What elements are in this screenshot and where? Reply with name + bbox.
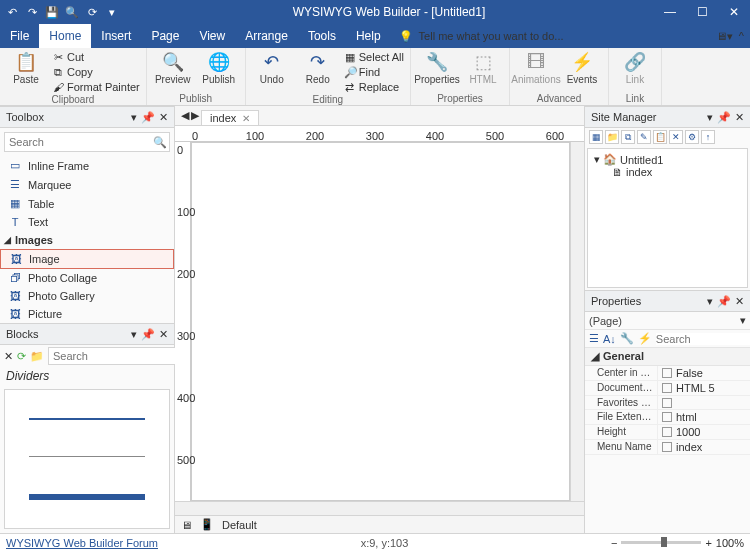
blocks-pin-icon[interactable]: 📌: [141, 328, 155, 341]
property-row[interactable]: Menu Nameindex: [585, 440, 750, 455]
sm-new-page-icon[interactable]: ▦: [589, 130, 603, 144]
maximize-button[interactable]: ☐: [690, 5, 714, 19]
undo-button[interactable]: ↶Undo: [252, 50, 292, 85]
preview-button[interactable]: 🔍Preview: [153, 50, 193, 85]
animations-button[interactable]: 🎞Animations: [516, 50, 556, 85]
design-canvas[interactable]: [191, 142, 570, 501]
toolbox-dropdown-icon[interactable]: ▾: [131, 111, 137, 124]
checkbox-icon[interactable]: [662, 368, 672, 378]
zoom-in-button[interactable]: +: [705, 537, 711, 549]
view-tab[interactable]: View: [189, 24, 235, 48]
toolbox-image[interactable]: 🖼Image: [0, 249, 174, 269]
property-row[interactable]: Favorites Ic...: [585, 396, 750, 410]
save-icon[interactable]: 💾: [44, 4, 60, 20]
help-tab[interactable]: Help: [346, 24, 391, 48]
forum-link[interactable]: WYSIWYG Web Builder Forum: [6, 537, 158, 549]
refresh-icon[interactable]: ⟳: [84, 4, 100, 20]
responsive-icon[interactable]: 🖥: [181, 519, 192, 531]
redo-icon[interactable]: ↷: [24, 4, 40, 20]
checkbox-icon[interactable]: [662, 442, 672, 452]
paste-button[interactable]: 📋 Paste: [6, 50, 46, 85]
collapse-ribbon-icon[interactable]: ^: [739, 30, 744, 42]
copy-button[interactable]: ⧉Copy: [52, 65, 140, 79]
checkbox-icon[interactable]: [662, 398, 672, 408]
doc-tab-index[interactable]: index ✕: [201, 110, 259, 125]
tree-root[interactable]: ▾🏠Untitled1: [594, 153, 741, 166]
toolbox-search[interactable]: 🔍: [4, 132, 170, 152]
toolbox-search-input[interactable]: [5, 136, 151, 148]
scrollbar-vertical[interactable]: [570, 142, 584, 501]
property-row[interactable]: Center in B...False: [585, 366, 750, 381]
replace-button[interactable]: ⇄Replace: [344, 80, 404, 94]
blocks-search-input[interactable]: [48, 347, 196, 365]
toolbox-close-icon[interactable]: ✕: [159, 111, 168, 124]
property-row[interactable]: Document ...HTML 5: [585, 381, 750, 396]
publish-button[interactable]: 🌐Publish: [199, 50, 239, 85]
cut-button[interactable]: ✂Cut: [52, 50, 140, 64]
search-icon[interactable]: 🔍: [151, 136, 169, 149]
properties-cat-general[interactable]: ◢General: [585, 348, 750, 366]
toolbox-marquee[interactable]: ☰Marquee: [0, 175, 174, 194]
sm-close-icon[interactable]: ✕: [735, 111, 744, 124]
property-value[interactable]: 1000: [657, 425, 750, 439]
property-value[interactable]: [657, 396, 750, 409]
toolbox-inline-frame[interactable]: ▭Inline Frame: [0, 156, 174, 175]
property-row[interactable]: Height1000: [585, 425, 750, 440]
sm-pin-icon[interactable]: 📌: [717, 111, 731, 124]
qat-chevron-icon[interactable]: ▾: [104, 4, 120, 20]
mobile-icon[interactable]: 📱: [200, 518, 214, 531]
blocks-refresh-icon[interactable]: ⟳: [17, 350, 26, 363]
toolbox-photo-collage[interactable]: 🗇Photo Collage: [0, 269, 174, 287]
checkbox-icon[interactable]: [662, 383, 672, 393]
property-value[interactable]: False: [657, 366, 750, 380]
tree-index[interactable]: 🗎index: [594, 166, 741, 178]
blocks-folder-icon[interactable]: 📁: [30, 350, 44, 363]
scrollbar-horizontal[interactable]: [175, 501, 584, 515]
find-button[interactable]: 🔎Find: [344, 65, 404, 79]
sm-clone-icon[interactable]: ⧉: [621, 130, 635, 144]
wrench-icon[interactable]: 🔧: [620, 332, 634, 345]
sm-copy-icon[interactable]: 📋: [653, 130, 667, 144]
monitor-icon[interactable]: 🖥▾: [716, 30, 733, 43]
chevron-down-icon[interactable]: ▾: [740, 314, 746, 327]
property-value[interactable]: index: [657, 440, 750, 454]
blocks-preview[interactable]: [4, 389, 170, 529]
zoom-slider[interactable]: [621, 541, 701, 544]
close-button[interactable]: ✕: [722, 5, 746, 19]
file-tab[interactable]: File: [0, 24, 39, 48]
properties-search-input[interactable]: [656, 333, 750, 345]
lightning-icon[interactable]: ⚡: [638, 332, 652, 345]
redo-button[interactable]: ↷Redo: [298, 50, 338, 85]
property-value[interactable]: HTML 5: [657, 381, 750, 395]
checkbox-icon[interactable]: [662, 427, 672, 437]
sort-az-icon[interactable]: A↓: [603, 333, 616, 345]
format-painter-button[interactable]: 🖌Format Painter: [52, 80, 140, 94]
toolbox-text[interactable]: TText: [0, 213, 174, 231]
zoom-out-button[interactable]: −: [611, 537, 617, 549]
properties-button[interactable]: 🔧Properties: [417, 50, 457, 85]
zoom-icon[interactable]: 🔍: [64, 4, 80, 20]
events-button[interactable]: ⚡Events: [562, 50, 602, 85]
tab-prev-icon[interactable]: ◀: [181, 109, 189, 122]
props-pin-icon[interactable]: 📌: [717, 295, 731, 308]
home-tab[interactable]: Home: [39, 24, 91, 48]
toolbox-photo-gallery[interactable]: 🖼Photo Gallery: [0, 287, 174, 305]
doc-tab-close-icon[interactable]: ✕: [242, 113, 250, 124]
page-tab[interactable]: Page: [141, 24, 189, 48]
props-dropdown-icon[interactable]: ▾: [707, 295, 713, 308]
toolbox-table[interactable]: ▦Table: [0, 194, 174, 213]
properties-object-row[interactable]: (Page) ▾: [585, 312, 750, 330]
sm-props-icon[interactable]: ⚙: [685, 130, 699, 144]
link-button[interactable]: 🔗Link: [615, 50, 655, 85]
tab-next-icon[interactable]: ▶: [191, 109, 199, 122]
minimize-button[interactable]: —: [658, 5, 682, 19]
sm-up-icon[interactable]: ↑: [701, 130, 715, 144]
property-row[interactable]: File Extensi...html: [585, 410, 750, 425]
sm-dropdown-icon[interactable]: ▾: [707, 111, 713, 124]
insert-tab[interactable]: Insert: [91, 24, 141, 48]
sm-delete-icon[interactable]: ✕: [669, 130, 683, 144]
zoom-thumb[interactable]: [661, 537, 667, 547]
blocks-close-icon[interactable]: ✕: [159, 328, 168, 341]
blocks-dropdown-icon[interactable]: ▾: [131, 328, 137, 341]
html-button[interactable]: ⬚HTML: [463, 50, 503, 85]
